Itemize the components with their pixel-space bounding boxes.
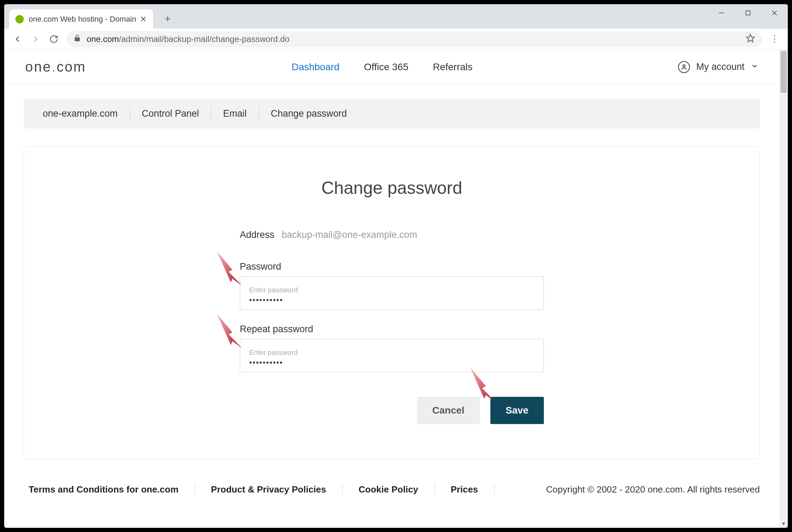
user-icon <box>678 61 690 73</box>
address-row: Address backup-mail@one-example.com <box>240 229 544 240</box>
svg-marker-7 <box>217 314 242 348</box>
password-input[interactable]: Enter password •••••••••• <box>240 276 544 310</box>
new-tab-button[interactable]: + <box>160 11 175 27</box>
titlebar: one.com Web hosting - Domain ✕ + <box>4 4 788 29</box>
password-label: Password <box>240 261 544 272</box>
footer: Terms and Conditions for one.com Product… <box>4 470 779 503</box>
breadcrumb-item[interactable]: Email <box>218 108 252 119</box>
url-host: one.com <box>87 34 119 44</box>
save-button[interactable]: Save <box>490 397 544 424</box>
footer-separator <box>434 484 435 495</box>
lock-icon <box>73 34 81 44</box>
address-bar[interactable]: one.com/admin/mail/backup-mail/change-pa… <box>66 31 762 47</box>
breadcrumb-separator <box>259 107 259 120</box>
reload-button[interactable] <box>45 30 63 48</box>
breadcrumb-item[interactable]: Control Panel <box>137 108 204 119</box>
nav-office365[interactable]: Office 365 <box>364 61 408 73</box>
footer-separator <box>494 484 495 495</box>
footer-separator <box>195 484 195 495</box>
password-placeholder: Enter password <box>249 286 534 294</box>
breadcrumb-separator <box>130 107 130 120</box>
logo-part2: com <box>57 59 86 75</box>
minimize-button[interactable] <box>708 4 735 22</box>
maximize-button[interactable] <box>735 4 761 22</box>
scrollbar[interactable]: ▲ ▼ <box>779 50 788 528</box>
svg-rect-1 <box>746 11 750 15</box>
top-nav: Dashboard Office 365 Referrals <box>291 61 473 73</box>
footer-link[interactable]: Terms and Conditions for one.com <box>24 484 183 495</box>
footer-link[interactable]: Cookie Policy <box>354 484 423 495</box>
footer-link[interactable]: Prices <box>446 484 483 495</box>
footer-separator <box>342 484 343 495</box>
repeat-password-value: •••••••••• <box>249 358 534 367</box>
chevron-down-icon <box>751 61 758 72</box>
scroll-down-icon[interactable]: ▼ <box>779 519 788 528</box>
repeat-password-placeholder: Enter password <box>249 349 534 357</box>
browser-tab[interactable]: one.com Web hosting - Domain ✕ <box>9 9 153 29</box>
address-label: Address <box>240 229 282 240</box>
scrollbar-thumb[interactable] <box>780 51 787 93</box>
repeat-password-label: Repeat password <box>240 324 544 335</box>
close-window-button[interactable] <box>761 4 788 22</box>
svg-marker-6 <box>217 251 242 286</box>
address-value: backup-mail@one-example.com <box>282 229 417 240</box>
browser-window: one.com Web hosting - Domain ✕ + <box>4 4 788 528</box>
form-card: Change password Address backup-mail@one-… <box>24 146 760 459</box>
page-title: Change password <box>45 178 739 198</box>
favicon-icon <box>15 15 24 23</box>
window-controls <box>708 4 788 22</box>
cancel-button[interactable]: Cancel <box>417 397 480 424</box>
breadcrumb-item[interactable]: one-example.com <box>38 108 123 119</box>
bookmark-star-icon[interactable] <box>746 34 755 45</box>
url-path: /admin/mail/backup-mail/change-password.… <box>119 34 289 44</box>
password-value: •••••••••• <box>249 296 534 305</box>
logo[interactable]: one.com <box>25 59 86 75</box>
svg-marker-4 <box>747 34 754 42</box>
close-tab-icon[interactable]: ✕ <box>140 14 147 24</box>
breadcrumb-item[interactable]: Change password <box>266 108 352 119</box>
account-label: My account <box>696 61 744 72</box>
browser-menu-button[interactable]: ⋮ <box>765 30 784 48</box>
breadcrumb-separator <box>211 107 211 120</box>
repeat-password-input[interactable]: Enter password •••••••••• <box>240 339 544 372</box>
back-button[interactable] <box>8 30 27 48</box>
site-header: one.com Dashboard Office 365 Referrals M… <box>4 50 779 85</box>
copyright-text: Copyright © 2002 - 2020 one.com. All rig… <box>546 484 760 495</box>
breadcrumb: one-example.com Control Panel Email Chan… <box>24 99 760 129</box>
logo-part1: one <box>25 59 52 75</box>
logo-dot: . <box>52 59 57 75</box>
footer-link[interactable]: Product & Privacy Policies <box>206 484 331 495</box>
forward-button[interactable] <box>27 30 45 48</box>
tab-title: one.com Web hosting - Domain <box>29 15 136 24</box>
address-bar-row: one.com/admin/mail/backup-mail/change-pa… <box>4 29 788 50</box>
account-menu[interactable]: My account <box>678 61 758 73</box>
svg-point-5 <box>683 65 685 67</box>
nav-referrals[interactable]: Referrals <box>433 61 473 73</box>
nav-dashboard[interactable]: Dashboard <box>291 61 339 73</box>
